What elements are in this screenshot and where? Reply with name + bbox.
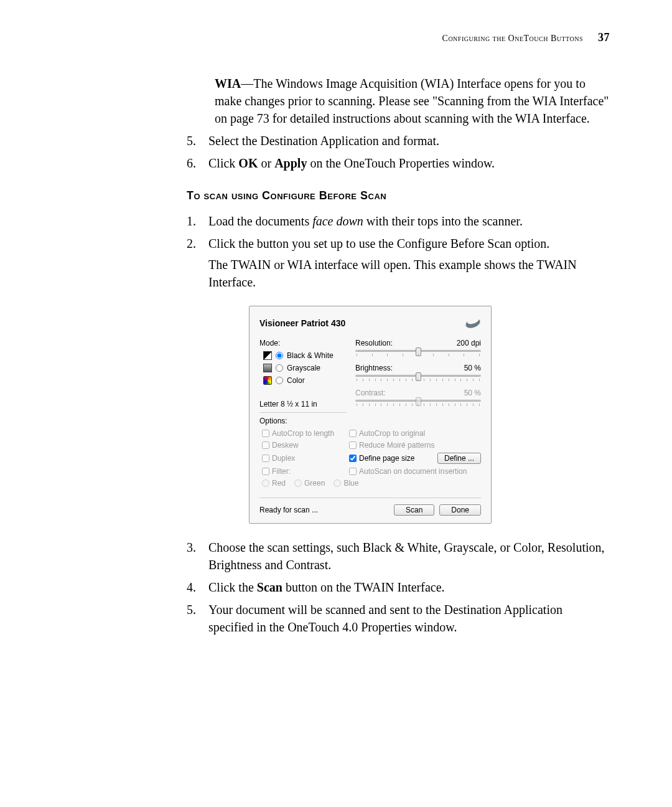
autoscan-checkbox[interactable] [349,468,357,475]
subheading: To scan using Configure Before Scan [187,189,610,202]
duplex-checkbox[interactable] [262,455,269,462]
define-page-checkbox[interactable] [349,455,357,462]
duplex-option[interactable]: Duplex [262,454,343,463]
list-item: 5. Your document will be scanned and sen… [187,601,610,636]
list-number: 3. [187,539,208,573]
page-content: WIA—The Windows Image Acquisition (WIA) … [187,75,610,641]
contrast-value: 50 % [464,389,481,397]
filter-red-radio [262,479,269,487]
mode-color-radio[interactable] [276,377,283,384]
filter-blue-option: Blue [334,479,358,488]
visioneer-logo-icon [465,315,481,331]
filter-blue-radio [334,479,341,487]
page-number: 37 [598,31,610,44]
list-number: 1. [187,212,208,230]
contrast-slider [355,399,481,410]
mode-gray-option[interactable]: Grayscale [263,364,347,372]
wia-bold: WIA [215,77,241,90]
dialog-title: Visioneer Patriot 430 [259,318,345,328]
resolution-slider[interactable] [355,349,481,360]
scan-button[interactable]: Scan [394,504,434,516]
page-header: Configuring the OneTouch Buttons 37 [442,31,610,44]
twain-dialog: Visioneer Patriot 430 Mode: Black & Whit… [249,306,492,524]
list-item: 1. Load the documents face down with the… [187,212,610,230]
list-number: 5. [187,132,208,149]
status-text: Ready for scan ... [259,506,318,514]
list-item: 4. Click the Scan button on the TWAIN In… [187,578,610,596]
dialog-header: Visioneer Patriot 430 [259,315,481,331]
wia-text: —The Windows Image Acquisition (WIA) Int… [215,77,609,125]
list-number: 2. [187,235,208,291]
filter-green-radio [294,479,302,487]
deskew-option[interactable]: Deskew [262,441,343,450]
list-text: Click OK or Apply on the OneTouch Proper… [208,154,610,172]
wia-paragraph: WIA—The Windows Image Acquisition (WIA) … [215,75,610,127]
autoscan-option[interactable]: AutoScan on document insertion [349,467,467,476]
page-size-display[interactable]: Letter 8 ½ x 11 in [259,400,347,413]
mode-color-label: Color [287,376,305,385]
moire-checkbox[interactable] [349,441,357,449]
list-item: 2. Click the button you set up to use th… [187,235,610,291]
autocrop-length-option[interactable]: AutoCrop to length [262,429,343,438]
grayscale-icon [263,364,272,372]
list-text: Choose the scan settings, such Black & W… [208,539,610,573]
brightness-label: Brightness: [355,364,393,372]
resolution-label: Resolution: [355,339,393,347]
list-number: 6. [187,154,208,172]
resolution-value: 200 dpi [457,339,481,347]
list-text: Select the Destination Application and f… [208,132,610,149]
list-number: 4. [187,578,208,596]
filter-checkbox[interactable] [262,468,269,475]
filter-green-option: Green [294,479,325,488]
list-text: Your document will be scanned and sent t… [208,601,610,636]
list-text: Load the documents face down with their … [208,212,610,230]
filter-option[interactable]: Filter: [262,467,343,476]
brightness-value: 50 % [464,364,481,372]
options-label: Options: [259,416,481,425]
mode-gray-label: Grayscale [287,364,320,372]
bw-icon [263,351,272,360]
define-page-size-option[interactable]: Define page size [349,454,431,463]
mode-gray-radio[interactable] [276,364,283,372]
color-icon [263,376,272,385]
mode-label: Mode: [259,339,347,347]
filter-red-option: Red [262,479,286,488]
running-head: Configuring the OneTouch Buttons [442,34,583,43]
mode-color-option[interactable]: Color [263,376,347,385]
list-item: 3. Choose the scan settings, such Black … [187,539,610,573]
contrast-label: Contrast: [355,389,386,397]
brightness-slider[interactable] [355,374,481,385]
list-text: Click the Scan button on the TWAIN Inter… [208,578,610,596]
list-text: Click the button you set up to use the C… [208,235,610,291]
define-button[interactable]: Define ... [437,453,481,464]
mode-bw-radio[interactable] [276,352,283,359]
autocrop-original-checkbox[interactable] [349,430,357,437]
mode-bw-option[interactable]: Black & White [263,351,347,360]
deskew-checkbox[interactable] [262,441,269,449]
autocrop-original-option[interactable]: AutoCrop to original [349,429,425,438]
list-item: 6. Click OK or Apply on the OneTouch Pro… [187,154,610,172]
done-button[interactable]: Done [439,504,481,516]
list-item: 5. Select the Destination Application an… [187,132,610,149]
autocrop-length-checkbox[interactable] [262,430,269,437]
list-number: 5. [187,601,208,636]
mode-bw-label: Black & White [287,351,334,360]
sub-paragraph: The TWAIN or WIA interface will open. Th… [208,256,610,291]
moire-option[interactable]: Reduce Moiré patterns [349,441,434,450]
